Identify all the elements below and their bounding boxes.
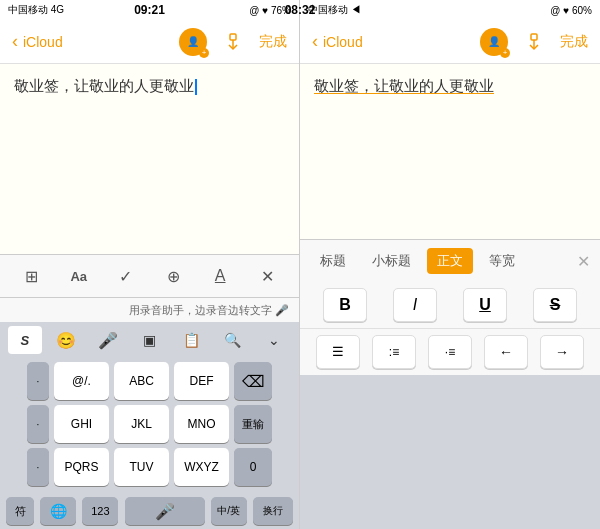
left-row-s-icon[interactable]: S: [8, 326, 42, 354]
right-nav-actions: 👤 + 完成: [480, 28, 588, 56]
right-share-icon[interactable]: [520, 28, 548, 56]
right-carrier: 中国移动 ◀: [308, 3, 361, 17]
left-status-left: 中国移动 4G: [8, 3, 64, 17]
right-format-close-icon[interactable]: ✕: [577, 252, 590, 271]
left-row-mic-icon[interactable]: 🎤: [91, 326, 125, 354]
left-keyboard-keys: · @/. ABC DEF ⌫ · GHI JKL MNO 重输 · PQRS …: [0, 358, 299, 493]
left-key-row-3: · PQRS TUV WXYZ 0: [2, 448, 297, 486]
left-keyboard-toolbar: ⊞ Aa ✓ ⊕ A ✕: [0, 254, 299, 298]
right-battery: @ ♥ 60%: [550, 5, 592, 16]
left-row-image-icon[interactable]: ▣: [132, 326, 166, 354]
left-toolbar-grid-icon[interactable]: ⊞: [17, 261, 47, 291]
left-time: 09:21: [134, 3, 165, 17]
svg-rect-0: [230, 34, 236, 40]
left-toolbar-close-icon[interactable]: ✕: [252, 261, 282, 291]
left-hint-text: 用录音助手，边录音边转文字 🎤: [129, 303, 289, 318]
right-status-bar: 中国移动 ◀ 08:32 @ ♥ 60%: [300, 0, 600, 20]
right-status-left: 中国移动 ◀: [308, 3, 361, 17]
left-row-chevron-icon[interactable]: ⌄: [257, 326, 291, 354]
left-key-pqrs[interactable]: PQRS: [54, 448, 109, 486]
right-done-button[interactable]: 完成: [560, 33, 588, 51]
right-format-row3: ☰ :≡ ·≡ ← →: [300, 329, 600, 375]
left-toolbar-aa-icon[interactable]: Aa: [64, 261, 94, 291]
left-key-jkl[interactable]: JKL: [114, 405, 169, 443]
left-key-cnen[interactable]: 中/英: [211, 497, 247, 525]
svg-rect-2: [531, 34, 537, 40]
left-toolbar-a-icon[interactable]: A: [205, 261, 235, 291]
right-fmt-italic-button[interactable]: I: [393, 288, 437, 322]
right-fmt-body[interactable]: 正文: [427, 248, 473, 274]
left-key-nums[interactable]: 123: [82, 497, 118, 525]
left-row-clipboard-icon[interactable]: 📋: [174, 326, 208, 354]
left-key-row-2: · GHI JKL MNO 重输: [2, 405, 297, 443]
right-fmt-underline-button[interactable]: U: [463, 288, 507, 322]
left-cursor: [195, 79, 197, 95]
left-row-emoji-icon[interactable]: 😊: [49, 326, 83, 354]
left-nav-bar: ‹ iCloud 👤 + 完成: [0, 20, 299, 64]
right-fmt-list3-button[interactable]: ·≡: [428, 335, 472, 369]
right-format-toolbar: 标题 小标题 正文 等宽 ✕: [300, 239, 600, 283]
right-fmt-indent-left-button[interactable]: ←: [484, 335, 528, 369]
right-time: 08:32: [285, 3, 316, 17]
left-bottom-bar: 符 🌐 123 🎤 中/英 换行: [0, 493, 299, 529]
left-key-row-1: · @/. ABC DEF ⌫: [2, 362, 297, 400]
right-note-text: 敬业签，让敬业的人更敬业: [314, 77, 494, 94]
left-key-dot2[interactable]: ·: [27, 405, 49, 443]
right-nav-bar: ‹ iCloud 👤 + 完成: [300, 20, 600, 64]
left-key-ghi[interactable]: GHI: [54, 405, 109, 443]
left-key-dot3[interactable]: ·: [27, 448, 49, 486]
right-avatar-label: 👤: [488, 36, 500, 47]
left-key-enter[interactable]: 换行: [253, 497, 293, 525]
right-fmt-bold-button[interactable]: B: [323, 288, 367, 322]
left-note-text: 敬业签，让敬业的人更敬业: [14, 77, 194, 94]
left-toolbar-plus-icon[interactable]: ⊕: [158, 261, 188, 291]
left-key-char[interactable]: 符: [6, 497, 34, 525]
right-format-row2: B I U S: [300, 283, 600, 329]
right-fmt-list2-button[interactable]: :≡: [372, 335, 416, 369]
left-avatar-icon[interactable]: 👤 +: [179, 28, 207, 56]
right-fmt-subtitle[interactable]: 小标题: [362, 248, 421, 274]
right-back-arrow-icon: ‹: [312, 31, 318, 52]
right-status-right: @ ♥ 60%: [550, 5, 592, 16]
left-carrier: 中国移动 4G: [8, 3, 64, 17]
right-panel: 中国移动 ◀ 08:32 @ ♥ 60% ‹ iCloud 👤 + 完成 敬业签…: [300, 0, 600, 529]
right-avatar-icon[interactable]: 👤 +: [480, 28, 508, 56]
left-back-arrow-icon: ‹: [12, 31, 18, 52]
left-avatar-plus-icon: +: [199, 48, 209, 58]
left-row-search-icon[interactable]: 🔍: [216, 326, 250, 354]
left-key-wxyz[interactable]: WXYZ: [174, 448, 229, 486]
right-fmt-indent-right-button[interactable]: →: [540, 335, 584, 369]
left-toolbar-check-icon[interactable]: ✓: [111, 261, 141, 291]
left-panel: 中国移动 4G 09:21 @ ♥ 76% ‹ iCloud 👤 + 完成 敬业…: [0, 0, 300, 529]
right-back-label: iCloud: [323, 34, 363, 50]
left-keyboard-hint: 用录音助手，边录音边转文字 🎤: [0, 298, 299, 322]
left-key-dot[interactable]: ·: [27, 362, 49, 400]
left-keyboard-row-icons: S 😊 🎤 ▣ 📋 🔍 ⌄: [0, 322, 299, 358]
left-key-tuv[interactable]: TUV: [114, 448, 169, 486]
left-avatar-label: 👤: [187, 36, 199, 47]
left-back-button[interactable]: ‹ iCloud: [12, 31, 63, 52]
left-status-bar: 中国移动 4G 09:21 @ ♥ 76%: [0, 0, 299, 20]
left-key-globe[interactable]: 🌐: [40, 497, 76, 525]
right-note-content[interactable]: 敬业签，让敬业的人更敬业: [300, 64, 600, 239]
left-key-redo[interactable]: 重输: [234, 405, 272, 443]
left-share-icon[interactable]: [219, 28, 247, 56]
left-back-label: iCloud: [23, 34, 63, 50]
left-done-button[interactable]: 完成: [259, 33, 287, 51]
left-note-content[interactable]: 敬业签，让敬业的人更敬业: [0, 64, 299, 254]
right-avatar-plus-icon: +: [500, 48, 510, 58]
left-key-zero[interactable]: 0: [234, 448, 272, 486]
right-fmt-title[interactable]: 标题: [310, 248, 356, 274]
left-key-abc[interactable]: ABC: [114, 362, 169, 400]
left-key-def[interactable]: DEF: [174, 362, 229, 400]
left-nav-actions: 👤 + 完成: [179, 28, 287, 56]
left-key-backspace[interactable]: ⌫: [234, 362, 272, 400]
right-fmt-mono[interactable]: 等宽: [479, 248, 525, 274]
right-bottom-space: [300, 375, 600, 530]
right-fmt-list1-button[interactable]: ☰: [316, 335, 360, 369]
left-key-mno[interactable]: MNO: [174, 405, 229, 443]
right-back-button[interactable]: ‹ iCloud: [312, 31, 363, 52]
right-fmt-strike-button[interactable]: S: [533, 288, 577, 322]
left-key-at[interactable]: @/.: [54, 362, 109, 400]
left-key-mic[interactable]: 🎤: [125, 497, 205, 525]
